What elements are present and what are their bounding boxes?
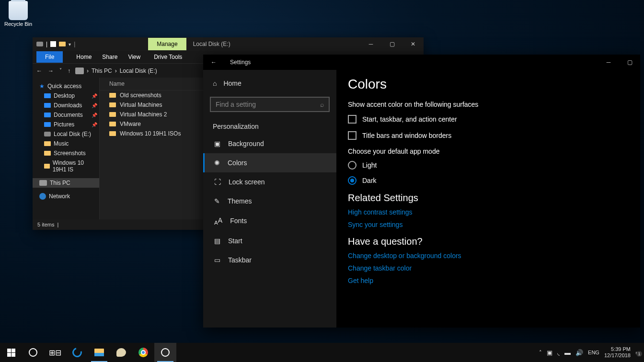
nav-themes[interactable]: ✎Themes <box>203 192 336 211</box>
tray-overflow-button[interactable]: ˄ <box>539 350 542 356</box>
security-icon[interactable]: ▣ <box>547 349 552 356</box>
fonts-icon: AA <box>214 216 222 226</box>
tab-share[interactable]: Share <box>102 54 117 60</box>
checkbox-start-taskbar[interactable]: Start, taskbar, and action center <box>348 115 629 124</box>
sidebar-music[interactable]: Music <box>33 139 99 148</box>
action-center-button[interactable]: ▭ 1 <box>635 350 640 356</box>
up-button[interactable]: ↑ <box>68 68 70 74</box>
window-title: Settings <box>230 59 251 66</box>
taskbar-chrome[interactable] <box>132 343 154 362</box>
breadcrumb-this-pc[interactable]: This PC <box>92 68 112 74</box>
link-get-help[interactable]: Get help <box>348 277 629 284</box>
cortana-button[interactable] <box>22 343 44 362</box>
sidebar-quick-access[interactable]: ★Quick access <box>33 81 99 91</box>
start-button[interactable] <box>0 343 22 362</box>
forward-button[interactable]: → <box>48 68 54 74</box>
dropdown-icon[interactable]: ▾ <box>69 42 71 47</box>
tab-drive-tools[interactable]: Drive Tools <box>154 54 182 60</box>
chevron-right-icon: › <box>115 68 117 74</box>
back-button[interactable]: ← <box>36 68 42 74</box>
sidebar-isos[interactable]: Windows 10 19H1 IS <box>33 158 99 174</box>
start-icon: ▤ <box>214 237 220 245</box>
nav-background[interactable]: ▣Background <box>203 134 336 153</box>
nav-colors[interactable]: ✺Colors <box>203 153 336 172</box>
settings-content: Colors Show accent color on the followin… <box>336 70 640 328</box>
sidebar-documents[interactable]: Documents📌 <box>33 110 99 120</box>
clock-date: 12/17/2018 <box>604 352 631 359</box>
sidebar-screenshots[interactable]: Screenshots <box>33 148 99 158</box>
settings-window: ← Settings ─ ▢ ⌂ Home Find a setting ⌕ P… <box>203 55 640 328</box>
checkbox-title-bars[interactable]: Title bars and window borders <box>348 131 629 140</box>
battery-icon[interactable]: ▬ <box>564 349 571 356</box>
folder-icon <box>94 349 104 356</box>
minimize-button[interactable]: ─ <box>598 59 619 66</box>
taskbar-paint[interactable] <box>110 343 132 362</box>
chrome-icon <box>138 348 148 357</box>
sidebar-local-disk[interactable]: Local Disk (E:) <box>33 129 99 139</box>
divider-icon: | <box>57 222 58 227</box>
properties-icon[interactable] <box>50 41 56 47</box>
quick-access-toolbar: | ▾ | <box>33 41 75 47</box>
windows-icon <box>7 349 15 357</box>
taskbar-edge[interactable] <box>66 343 88 362</box>
tab-home[interactable]: Home <box>76 54 92 60</box>
nav-start[interactable]: ▤Start <box>203 231 336 250</box>
radio-light[interactable]: Light <box>348 161 629 170</box>
history-dropdown[interactable]: ˅ <box>59 68 62 74</box>
sidebar-this-pc[interactable]: This PC <box>33 178 99 188</box>
sidebar-network[interactable]: Network <box>33 192 99 201</box>
explorer-titlebar[interactable]: | ▾ | Manage Local Disk (E:) ─ ▢ ✕ <box>33 37 424 51</box>
sidebar-pictures[interactable]: Pictures📌 <box>33 120 99 129</box>
wifi-icon[interactable]: ◟ <box>557 349 560 356</box>
language-indicator[interactable]: ENG <box>588 350 599 355</box>
breadcrumb-location[interactable]: Local Disk (E:) <box>120 68 157 74</box>
link-change-colors[interactable]: Change desktop or background colors <box>348 252 629 260</box>
sidebar-desktop[interactable]: Desktop📌 <box>33 91 99 101</box>
maximize-button[interactable]: ▢ <box>619 59 640 66</box>
paint-icon <box>116 348 126 357</box>
link-sync-settings[interactable]: Sync your settings <box>348 221 629 228</box>
radio-icon <box>348 161 356 170</box>
minimize-button[interactable]: ─ <box>360 37 381 51</box>
themes-icon: ✎ <box>214 197 220 205</box>
maximize-button[interactable]: ▢ <box>381 37 402 51</box>
settings-sidebar: ⌂ Home Find a setting ⌕ Personalization … <box>203 70 336 328</box>
radio-icon <box>348 176 356 185</box>
nav-taskbar[interactable]: ▭Taskbar <box>203 250 336 270</box>
explorer-sidebar: ★Quick access Desktop📌 Downloads📌 Docume… <box>33 78 100 219</box>
tab-view[interactable]: View <box>128 54 140 60</box>
disk-icon <box>36 42 43 46</box>
checkbox-icon <box>348 115 356 124</box>
volume-icon[interactable]: 🔊 <box>575 349 583 356</box>
palette-icon: ✺ <box>214 159 220 167</box>
link-change-taskbar-color[interactable]: Change taskbar color <box>348 264 629 272</box>
sidebar-downloads[interactable]: Downloads📌 <box>33 101 99 110</box>
search-input[interactable]: Find a setting ⌕ <box>210 97 330 112</box>
recycle-bin[interactable]: Recycle Bin <box>3 1 34 27</box>
system-tray: ˄ ▣ ◟ ▬ 🔊 ENG 5:39 PM 12/17/2018 ▭ 1 <box>539 346 644 359</box>
home-icon: ⌂ <box>213 79 217 87</box>
radio-dark[interactable]: Dark <box>348 176 629 185</box>
circle-icon <box>29 348 37 357</box>
clock[interactable]: 5:39 PM 12/17/2018 <box>604 346 631 359</box>
nav-fonts[interactable]: AAFonts <box>203 211 336 231</box>
nav-lock-screen[interactable]: ⛶Lock screen <box>203 172 336 192</box>
task-view-button[interactable]: ⊞⊟ <box>44 343 66 362</box>
taskbar-file-explorer[interactable] <box>88 343 110 362</box>
close-button[interactable]: ✕ <box>402 37 424 51</box>
tab-file[interactable]: File <box>36 51 63 63</box>
folder-icon[interactable] <box>59 42 66 46</box>
taskbar-settings[interactable] <box>154 343 176 362</box>
clock-time: 5:39 PM <box>604 346 631 352</box>
settings-titlebar[interactable]: ← Settings ─ ▢ <box>203 55 640 70</box>
taskbar-icon: ▭ <box>214 256 220 264</box>
manage-tab[interactable]: Manage <box>148 38 186 50</box>
nav-home[interactable]: ⌂ Home <box>203 76 336 91</box>
mode-label: Choose your default app mode <box>348 147 629 155</box>
back-button[interactable]: ← <box>211 59 219 66</box>
lock-icon: ⛶ <box>214 178 221 186</box>
link-high-contrast[interactable]: High contrast settings <box>348 208 629 216</box>
category-label: Personalization <box>203 118 336 134</box>
checkbox-icon <box>348 131 356 140</box>
recycle-bin-icon <box>9 1 28 20</box>
